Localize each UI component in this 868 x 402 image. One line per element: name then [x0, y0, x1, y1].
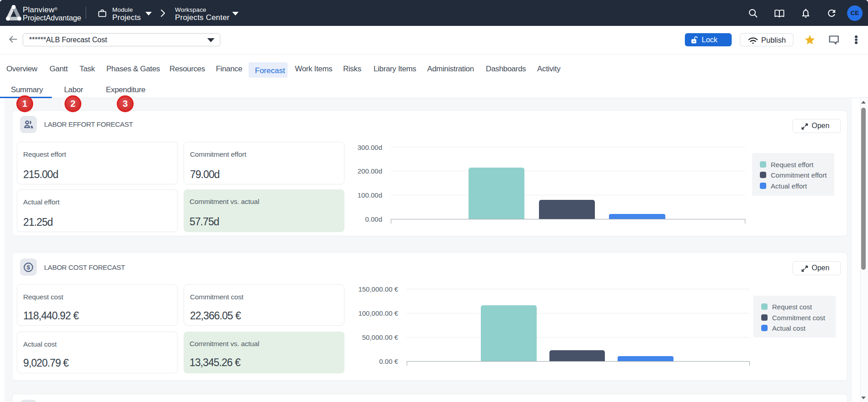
svg-text:$: $	[27, 264, 30, 271]
